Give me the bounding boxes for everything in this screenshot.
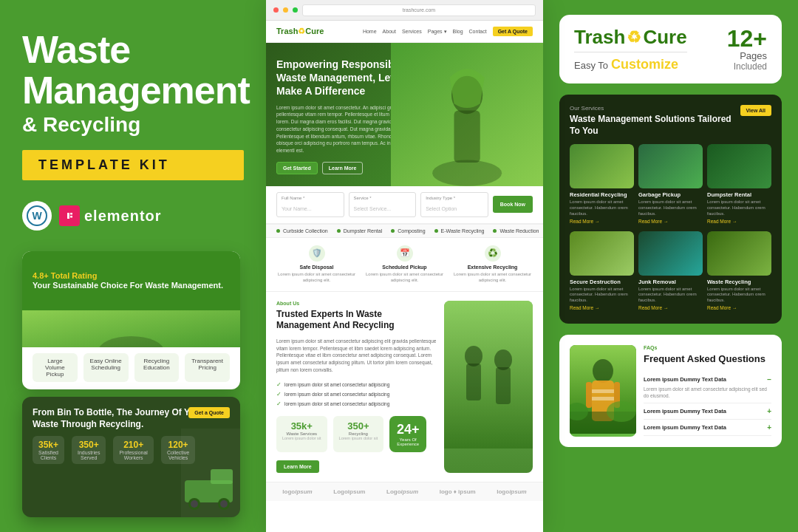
- faq-item-2: Lorem ipsum Dummy Text Data +: [644, 403, 771, 420]
- hero-section: Empowering Responsible Waste Management,…: [266, 43, 543, 186]
- brand-suffix: Cure: [643, 26, 686, 49]
- safe-disposal-desc: Lorem ipsum dolor sit amet consectetur a…: [276, 271, 357, 284]
- service-5-info: Junk Removal Lorem ipsum dolor sit amet …: [638, 276, 703, 313]
- service-6-img: [707, 231, 771, 276]
- stat-industries-label: IndustriesServed: [78, 450, 100, 460]
- browser-dot-yellow: [283, 7, 288, 13]
- stat-clients-label: SatisfiedClients: [38, 450, 58, 460]
- middle-panel: trashcure.com Trash♻Cure Home About Serv…: [266, 0, 543, 532]
- preview-card-2: From Bin To Bottle, The Journey Of Your …: [22, 397, 240, 517]
- service-6-read-more[interactable]: Read More →: [707, 305, 771, 310]
- browser-address-bar[interactable]: trashcure.com: [302, 4, 536, 16]
- about-years-badge: 24+ Years OfExperience: [389, 416, 426, 452]
- service-2-desc: Lorem ipsum dolor sit amet consectetur. …: [638, 200, 703, 216]
- form-service-label: Service *: [354, 196, 412, 200]
- pages-info: 12+ Pages Included: [727, 27, 767, 72]
- faq-card: FAQs Frequent Asked Questions Lorem ipsu…: [559, 335, 782, 447]
- feature-scheduled-pickup: 📅 Scheduled Pickup Lorem ipsum dolor sit…: [364, 245, 445, 284]
- svg-point-20: [465, 346, 482, 366]
- card1-headline: Your Sustainable Choice For Waste Manage…: [33, 280, 230, 290]
- form-section: Full Name * Your Name... Service * Selec…: [266, 186, 543, 224]
- about-stat-recycling-num: 350+: [339, 420, 378, 432]
- service-4: Secure Destruction Lorem ipsum dolor sit…: [570, 231, 634, 313]
- main-title: WasteManagement: [22, 30, 244, 110]
- faq-question-3[interactable]: Lorem ipsum Dummy Text Data +: [644, 423, 771, 432]
- service-1-desc: Lorem ipsum dolor sit amet consectetur. …: [570, 200, 634, 216]
- service-2-read-more[interactable]: Read More →: [638, 219, 703, 224]
- faq-title: Frequent Asked Questions: [644, 353, 771, 366]
- service-5-read-more[interactable]: Read More →: [638, 305, 703, 310]
- scheduled-pickup-title: Scheduled Pickup: [364, 265, 445, 270]
- service-1-read-more[interactable]: Read More →: [570, 219, 634, 224]
- form-service-placeholder[interactable]: Select Service...: [354, 206, 392, 211]
- stat-workers-label: ProfessionalWorkers: [119, 450, 148, 460]
- customize-highlight: Customize: [611, 57, 678, 72]
- feature-safe-disposal: 🛡️ Safe Disposal Lorem ipsum dolor sit a…: [276, 245, 357, 284]
- services-grid: Residential Recycling Lorem ipsum dolor …: [570, 144, 771, 313]
- ticker-dot-2: [337, 229, 341, 233]
- services-label: Our Services: [570, 105, 740, 112]
- nav-about[interactable]: About: [383, 29, 396, 34]
- service-3-desc: Lorem ipsum dolor sit amet consectetur. …: [707, 200, 771, 216]
- svg-point-33: [607, 401, 636, 422]
- logo-2: Logoipsum: [333, 488, 365, 495]
- elementor-icon: [59, 205, 80, 226]
- svg-rect-28: [592, 397, 614, 400]
- site-logo: Trash♻Cure: [276, 27, 324, 36]
- main-wrapper: WasteManagement & Recycling TEMPLATE KIT…: [0, 0, 798, 532]
- form-industry-placeholder[interactable]: Select Option: [426, 206, 457, 211]
- hero-get-started-btn[interactable]: Get Started: [276, 162, 318, 174]
- about-desc: Lorem ipsum dolor sit amet consectetur a…: [276, 338, 437, 374]
- faq-content: FAQs Frequent Asked Questions Lorem ipsu…: [644, 345, 771, 437]
- mini-feature-3: RecyclingEducation: [134, 353, 180, 382]
- svg-rect-4: [70, 213, 72, 215]
- svg-point-22: [494, 349, 512, 370]
- features-row: 🛡️ Safe Disposal Lorem ipsum dolor sit a…: [266, 238, 543, 292]
- stat-workers: 210+ ProfessionalWorkers: [113, 436, 154, 464]
- nav-services[interactable]: Services: [402, 29, 422, 34]
- card1-rating: 4.8+ Total Rating: [33, 271, 230, 280]
- browser-bar: trashcure.com: [266, 0, 543, 21]
- faq-toggle-2[interactable]: +: [767, 407, 771, 415]
- service-3-read-more[interactable]: Read More →: [707, 219, 771, 224]
- service-2-name: Garbage Pickup: [638, 191, 703, 198]
- services-title: Waste Management Solutions Tailored To Y…: [570, 114, 740, 137]
- faq-toggle-1[interactable]: −: [767, 375, 771, 383]
- ticker-1: Curbside Collection: [276, 228, 328, 233]
- faq-question-1[interactable]: Lorem ipsum Dummy Text Data −: [644, 375, 771, 383]
- nav-pages[interactable]: Pages ▾: [428, 29, 447, 35]
- svg-rect-27: [592, 389, 614, 393]
- form-service: Service * Select Service...: [349, 192, 417, 217]
- nav-home[interactable]: Home: [363, 29, 377, 34]
- faq-answer-1: Lorem ipsum dolor sit amet consectetur a…: [644, 386, 771, 399]
- left-panel: WasteManagement & Recycling TEMPLATE KIT…: [0, 0, 266, 532]
- nav-contact[interactable]: Contact: [469, 29, 487, 34]
- service-4-read-more[interactable]: Read More →: [570, 305, 634, 310]
- service-3: Dumpster Rental Lorem ipsum dolor sit am…: [707, 144, 771, 226]
- elementor-text: elementor: [84, 208, 162, 225]
- about-learn-more-btn[interactable]: Learn More: [276, 460, 319, 473]
- stat-industries: 350+ IndustriesServed: [72, 436, 106, 464]
- faq-question-2[interactable]: Lorem ipsum Dummy Text Data +: [644, 407, 771, 415]
- check-icon-3: ✓: [276, 400, 282, 407]
- wordpress-icon: W: [22, 201, 52, 231]
- faq-label: FAQs: [644, 345, 771, 350]
- right-panel: Trash♻Cure Easy To Customize 12+ Pages I…: [543, 0, 798, 532]
- service-5-desc: Lorem ipsum dolor sit amet consectetur. …: [638, 287, 703, 304]
- about-checklist: ✓lorem ipsum dolor sit amet consectetur …: [276, 380, 437, 409]
- form-full-name-label: Full Name *: [282, 196, 339, 200]
- pages-label: Pages: [727, 50, 767, 61]
- safe-disposal-icon: 🛡️: [309, 245, 325, 262]
- svg-point-14: [220, 500, 228, 508]
- form-industry-label: Industry Type *: [426, 196, 483, 200]
- hero-learn-more-btn[interactable]: Learn More: [322, 162, 364, 174]
- nav-cta-btn[interactable]: Get A Quote: [493, 27, 533, 36]
- faq-toggle-3[interactable]: +: [767, 423, 771, 432]
- card2-quote-btn[interactable]: Get a Quote: [188, 407, 230, 418]
- form-full-name-placeholder[interactable]: Your Name...: [282, 206, 312, 211]
- feature-recycling: ♻️ Extensive Recycling Lorem ipsum dolor…: [452, 245, 533, 284]
- form-book-btn[interactable]: Book Now: [493, 196, 533, 213]
- view-all-btn[interactable]: View All: [740, 105, 771, 116]
- nav-blog[interactable]: Blog: [453, 29, 463, 34]
- service-6: Waste Recycling Lorem ipsum dolor sit am…: [707, 231, 771, 313]
